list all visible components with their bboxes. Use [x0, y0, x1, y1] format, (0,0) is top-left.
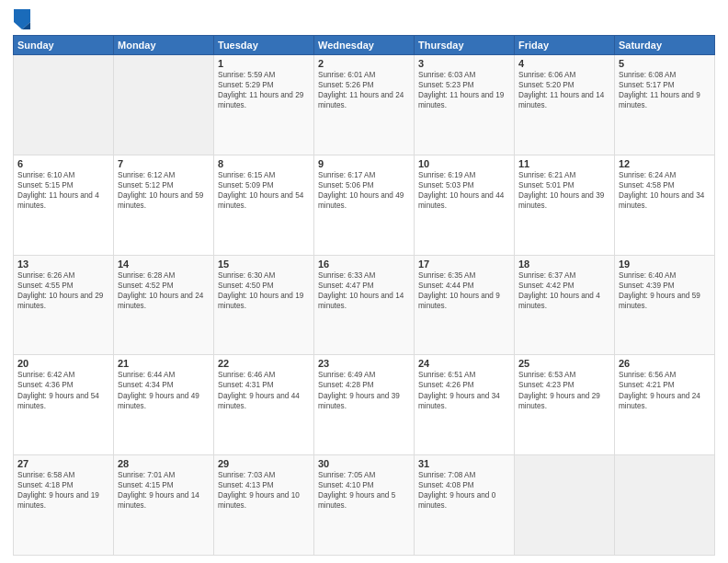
day-detail: Sunrise: 6:56 AM Sunset: 4:21 PM Dayligh… [619, 370, 711, 410]
day-detail: Sunrise: 6:12 AM Sunset: 5:12 PM Dayligh… [118, 170, 210, 211]
calendar-cell [114, 55, 214, 155]
weekday-header-sunday: Sunday [14, 36, 114, 55]
calendar-cell: 24Sunrise: 6:51 AM Sunset: 4:26 PM Dayli… [415, 355, 515, 455]
week-row-3: 13Sunrise: 6:26 AM Sunset: 4:55 PM Dayli… [14, 255, 715, 355]
day-detail: Sunrise: 6:17 AM Sunset: 5:06 PM Dayligh… [318, 170, 410, 211]
weekday-header-thursday: Thursday [415, 36, 515, 55]
calendar-cell: 11Sunrise: 6:21 AM Sunset: 5:01 PM Dayli… [515, 155, 615, 255]
day-number: 15 [218, 259, 310, 270]
day-detail: Sunrise: 6:44 AM Sunset: 4:34 PM Dayligh… [118, 370, 210, 410]
day-number: 12 [619, 158, 711, 169]
calendar-cell: 3Sunrise: 6:03 AM Sunset: 5:23 PM Daylig… [415, 55, 515, 155]
day-number: 22 [218, 358, 310, 369]
header [13, 9, 715, 29]
day-detail: Sunrise: 6:15 AM Sunset: 5:09 PM Dayligh… [218, 170, 310, 211]
day-detail: Sunrise: 6:53 AM Sunset: 4:23 PM Dayligh… [518, 370, 610, 410]
weekday-header-saturday: Saturday [615, 36, 715, 55]
logo [13, 9, 32, 29]
day-detail: Sunrise: 6:35 AM Sunset: 4:44 PM Dayligh… [418, 270, 510, 311]
day-detail: Sunrise: 6:06 AM Sunset: 5:20 PM Dayligh… [518, 70, 610, 110]
calendar-cell: 13Sunrise: 6:26 AM Sunset: 4:55 PM Dayli… [14, 255, 114, 355]
calendar-cell: 22Sunrise: 6:46 AM Sunset: 4:31 PM Dayli… [214, 355, 314, 455]
calendar-cell [515, 455, 615, 556]
weekday-row: SundayMondayTuesdayWednesdayThursdayFrid… [14, 36, 715, 55]
day-detail: Sunrise: 5:59 AM Sunset: 5:29 PM Dayligh… [218, 70, 310, 110]
day-detail: Sunrise: 7:08 AM Sunset: 4:08 PM Dayligh… [418, 470, 510, 511]
calendar-cell: 23Sunrise: 6:49 AM Sunset: 4:28 PM Dayli… [314, 355, 415, 455]
day-number: 23 [318, 358, 410, 369]
day-number: 30 [318, 458, 410, 469]
day-number: 16 [318, 259, 410, 270]
day-detail: Sunrise: 7:03 AM Sunset: 4:13 PM Dayligh… [218, 470, 310, 511]
day-detail: Sunrise: 7:05 AM Sunset: 4:10 PM Dayligh… [318, 470, 410, 511]
week-row-5: 27Sunrise: 6:58 AM Sunset: 4:18 PM Dayli… [14, 455, 715, 556]
day-number: 6 [17, 158, 109, 169]
day-number: 5 [619, 58, 711, 69]
day-number: 17 [418, 259, 510, 270]
day-number: 26 [619, 358, 711, 369]
day-detail: Sunrise: 6:42 AM Sunset: 4:36 PM Dayligh… [17, 370, 109, 410]
day-detail: Sunrise: 6:01 AM Sunset: 5:26 PM Dayligh… [318, 70, 410, 110]
calendar-cell: 17Sunrise: 6:35 AM Sunset: 4:44 PM Dayli… [415, 255, 515, 355]
day-number: 29 [218, 458, 310, 469]
day-detail: Sunrise: 6:10 AM Sunset: 5:15 PM Dayligh… [17, 170, 109, 211]
calendar-cell: 20Sunrise: 6:42 AM Sunset: 4:36 PM Dayli… [14, 355, 114, 455]
logo-icon [14, 9, 30, 29]
calendar-cell: 8Sunrise: 6:15 AM Sunset: 5:09 PM Daylig… [214, 155, 314, 255]
day-number: 27 [17, 458, 109, 469]
calendar-cell: 7Sunrise: 6:12 AM Sunset: 5:12 PM Daylig… [114, 155, 214, 255]
day-number: 7 [118, 158, 210, 169]
day-detail: Sunrise: 6:37 AM Sunset: 4:42 PM Dayligh… [518, 270, 610, 311]
day-number: 31 [418, 458, 510, 469]
calendar-cell: 12Sunrise: 6:24 AM Sunset: 4:58 PM Dayli… [615, 155, 715, 255]
day-detail: Sunrise: 6:46 AM Sunset: 4:31 PM Dayligh… [218, 370, 310, 410]
day-detail: Sunrise: 6:08 AM Sunset: 5:17 PM Dayligh… [619, 70, 711, 110]
calendar-cell: 29Sunrise: 7:03 AM Sunset: 4:13 PM Dayli… [214, 455, 314, 556]
calendar-cell: 5Sunrise: 6:08 AM Sunset: 5:17 PM Daylig… [615, 55, 715, 155]
calendar-cell: 27Sunrise: 6:58 AM Sunset: 4:18 PM Dayli… [14, 455, 114, 556]
calendar-cell: 25Sunrise: 6:53 AM Sunset: 4:23 PM Dayli… [515, 355, 615, 455]
calendar-body: 1Sunrise: 5:59 AM Sunset: 5:29 PM Daylig… [14, 55, 715, 556]
calendar-cell: 10Sunrise: 6:19 AM Sunset: 5:03 PM Dayli… [415, 155, 515, 255]
day-number: 13 [17, 259, 109, 270]
day-detail: Sunrise: 6:26 AM Sunset: 4:55 PM Dayligh… [17, 270, 109, 311]
day-detail: Sunrise: 6:21 AM Sunset: 5:01 PM Dayligh… [518, 170, 610, 211]
day-number: 2 [318, 58, 410, 69]
calendar-cell [615, 455, 715, 556]
day-number: 18 [518, 259, 610, 270]
day-detail: Sunrise: 6:28 AM Sunset: 4:52 PM Dayligh… [118, 270, 210, 311]
day-number: 28 [118, 458, 210, 469]
day-detail: Sunrise: 6:51 AM Sunset: 4:26 PM Dayligh… [418, 370, 510, 410]
calendar-cell: 2Sunrise: 6:01 AM Sunset: 5:26 PM Daylig… [314, 55, 415, 155]
day-detail: Sunrise: 6:30 AM Sunset: 4:50 PM Dayligh… [218, 270, 310, 311]
day-number: 9 [318, 158, 410, 169]
calendar-cell: 31Sunrise: 7:08 AM Sunset: 4:08 PM Dayli… [415, 455, 515, 556]
calendar-cell: 21Sunrise: 6:44 AM Sunset: 4:34 PM Dayli… [114, 355, 214, 455]
calendar-cell: 26Sunrise: 6:56 AM Sunset: 4:21 PM Dayli… [615, 355, 715, 455]
week-row-2: 6Sunrise: 6:10 AM Sunset: 5:15 PM Daylig… [14, 155, 715, 255]
calendar-cell: 28Sunrise: 7:01 AM Sunset: 4:15 PM Dayli… [114, 455, 214, 556]
week-row-1: 1Sunrise: 5:59 AM Sunset: 5:29 PM Daylig… [14, 55, 715, 155]
calendar-cell: 16Sunrise: 6:33 AM Sunset: 4:47 PM Dayli… [314, 255, 415, 355]
calendar-cell: 1Sunrise: 5:59 AM Sunset: 5:29 PM Daylig… [214, 55, 314, 155]
calendar-cell: 4Sunrise: 6:06 AM Sunset: 5:20 PM Daylig… [515, 55, 615, 155]
day-number: 20 [17, 358, 109, 369]
day-number: 1 [218, 58, 310, 69]
day-number: 4 [518, 58, 610, 69]
day-detail: Sunrise: 6:24 AM Sunset: 4:58 PM Dayligh… [619, 170, 711, 211]
weekday-header-tuesday: Tuesday [214, 36, 314, 55]
day-detail: Sunrise: 6:19 AM Sunset: 5:03 PM Dayligh… [418, 170, 510, 211]
day-number: 14 [118, 259, 210, 270]
calendar-header: SundayMondayTuesdayWednesdayThursdayFrid… [14, 36, 715, 55]
week-row-4: 20Sunrise: 6:42 AM Sunset: 4:36 PM Dayli… [14, 355, 715, 455]
calendar-cell: 9Sunrise: 6:17 AM Sunset: 5:06 PM Daylig… [314, 155, 415, 255]
day-number: 24 [418, 358, 510, 369]
weekday-header-friday: Friday [515, 36, 615, 55]
calendar-cell: 14Sunrise: 6:28 AM Sunset: 4:52 PM Dayli… [114, 255, 214, 355]
weekday-header-monday: Monday [114, 36, 214, 55]
calendar-cell: 18Sunrise: 6:37 AM Sunset: 4:42 PM Dayli… [515, 255, 615, 355]
calendar-cell: 19Sunrise: 6:40 AM Sunset: 4:39 PM Dayli… [615, 255, 715, 355]
day-detail: Sunrise: 6:58 AM Sunset: 4:18 PM Dayligh… [17, 470, 109, 511]
calendar-cell: 30Sunrise: 7:05 AM Sunset: 4:10 PM Dayli… [314, 455, 415, 556]
day-detail: Sunrise: 6:33 AM Sunset: 4:47 PM Dayligh… [318, 270, 410, 311]
